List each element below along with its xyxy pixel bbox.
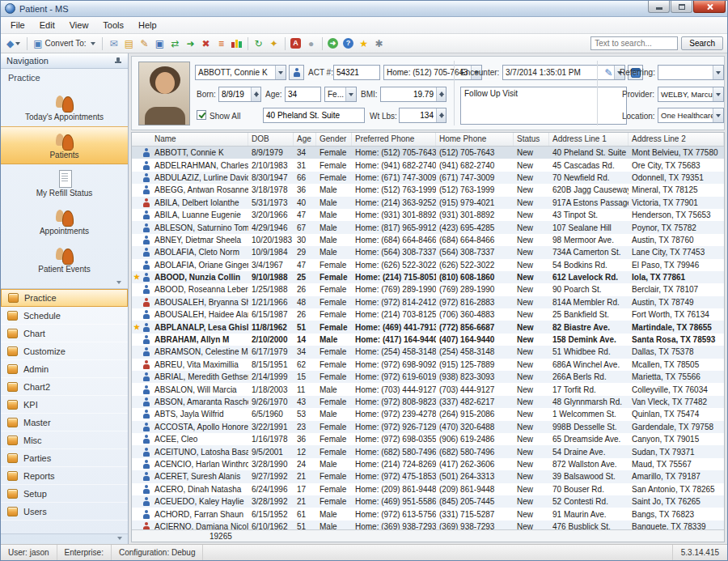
maximize-button[interactable]	[671, 1, 692, 13]
pin-icon[interactable]	[113, 57, 122, 66]
stepper-icon[interactable]	[436, 108, 446, 122]
table-row[interactable]: ACERO, Dinah Natasha 6/24/1996 17 Female…	[132, 483, 724, 495]
nav-list-item-chart2[interactable]: Chart2	[1, 378, 128, 396]
patient-name-dropdown[interactable]: ABBOTT, Connie K	[195, 65, 286, 80]
stepper-icon[interactable]	[251, 87, 260, 101]
table-row[interactable]: ABREU, Vita Maximillia 8/15/1951 62 Fema…	[132, 359, 724, 371]
comment-icon[interactable]: ✉	[107, 36, 121, 51]
age-field[interactable]	[285, 87, 321, 102]
table-row[interactable]: ABILA, Delbert Iolanthe 5/31/1973 40 Mal…	[132, 197, 724, 209]
column-header[interactable]: Age	[294, 133, 316, 146]
table-row[interactable]: ABDULAZIZ, Lurline Davion 8/30/1947 66 F…	[132, 172, 724, 184]
show-all-checkbox[interactable]	[197, 110, 206, 120]
address-input[interactable]	[264, 108, 364, 122]
favorites-icon[interactable]: ★	[357, 36, 371, 51]
convert-to-dropdown[interactable]: ▣ Convert To:	[32, 36, 97, 51]
nav-item-my-refill-status[interactable]: My Refill Status	[1, 164, 128, 202]
table-row[interactable]: ABRIAL, Meredith Gethsemane 2/14/1999 15…	[132, 371, 724, 383]
table-row[interactable]: ABRAHAM, Allyn M 2/10/2000 14 Male Home:…	[132, 334, 724, 346]
wt-field[interactable]	[399, 108, 447, 123]
table-row[interactable]: ABTS, Jayla Wilfrid 6/5/1960 53 Male Hom…	[132, 408, 724, 420]
key-icon[interactable]: ✦	[267, 36, 281, 51]
table-row[interactable]: ACEITUNO, Latosha Basant 9/5/2001 12 Fem…	[132, 445, 724, 457]
help-icon[interactable]: ?	[341, 36, 356, 51]
bmi-field[interactable]	[380, 87, 447, 102]
table-row[interactable]: ABILA, Luanne Eugenie 3/20/1966 47 Male …	[132, 209, 724, 221]
table-row[interactable]: ABRAMSON, Celestine Maudie 6/17/1979 34 …	[132, 346, 724, 358]
export-icon[interactable]: ⇄	[168, 36, 183, 51]
chart-icon[interactable]	[230, 36, 244, 51]
column-header[interactable]: Home Phone	[436, 133, 514, 146]
referring-dropdown[interactable]	[658, 65, 724, 80]
column-header[interactable]: Gender	[316, 133, 352, 146]
settings-icon[interactable]: ✱	[372, 36, 387, 51]
table-row[interactable]: ABSALON, Will Marcia 1/18/2003 11 Male H…	[132, 383, 724, 395]
table-row[interactable]: ACCOSTA, Apollo Honore 3/22/1991 23 Fema…	[132, 421, 724, 433]
column-header[interactable]: Address Line 1	[549, 133, 629, 146]
nav-list-item-chart[interactable]: Chart	[1, 325, 128, 342]
table-row[interactable]: ACHORD, Farran Shaun 6/15/1952 61 Male H…	[132, 508, 724, 520]
menu-view[interactable]: View	[62, 19, 96, 32]
edit-referring-button[interactable]	[601, 65, 616, 80]
menu-help[interactable]: Help	[131, 19, 164, 32]
patient-lookup-button[interactable]	[289, 65, 304, 80]
location-dropdown[interactable]: One Healthcare ...	[658, 108, 724, 123]
table-row[interactable]: ABEGG, Antwan Rosanne 3/18/1978 36 Male …	[132, 184, 724, 196]
nav-list-item-misc[interactable]: Misc	[1, 431, 128, 449]
column-header[interactable]: Address Line 2	[629, 133, 724, 146]
table-row[interactable]: ABLESON, Saturnino Tommaso 4/29/1946 67 …	[132, 221, 724, 233]
visit-note-box[interactable]: Follow Up Visit	[460, 87, 627, 125]
minimize-button[interactable]	[648, 1, 670, 13]
go-icon[interactable]: ➜	[326, 36, 341, 51]
column-header[interactable]: Status	[514, 133, 549, 146]
nav-list-item-schedule[interactable]: Schedule	[1, 307, 128, 325]
nav-item-todays-appointments[interactable]: Today's Appointments	[1, 88, 128, 126]
provider-dropdown[interactable]: WELBY, Marcus B	[658, 87, 724, 102]
table-row[interactable]: ABPLANALP, Lesa Ghislain 11/8/1962 51 Fe…	[132, 321, 724, 333]
act-input[interactable]	[334, 66, 379, 79]
act-field[interactable]	[333, 65, 380, 80]
table-row[interactable]: ACEUEDO, Kaley Haylie 3/28/1992 21 Femal…	[132, 495, 724, 508]
column-header[interactable]: Name	[132, 133, 248, 146]
column-header[interactable]: Preferred Phone	[352, 133, 436, 146]
table-row[interactable]: ACERET, Suresh Alanis 9/27/1992 21 Femal…	[132, 470, 724, 482]
born-input[interactable]	[219, 87, 251, 101]
nav-list-item-admin[interactable]: Admin	[1, 360, 128, 378]
search-button[interactable]: Search	[681, 36, 723, 50]
nav-item-patient-events[interactable]: Patient Events	[1, 240, 128, 278]
nav-item-appointments[interactable]: Appointments	[1, 202, 128, 240]
table-row[interactable]: ABOOD, Nunzia Collin 9/10/1988 25 Female…	[132, 271, 724, 283]
edit-item-icon[interactable]: ✎	[138, 36, 152, 51]
import-icon[interactable]: ➜	[184, 36, 198, 51]
table-row[interactable]: ACEE, Cleo 1/16/1978 36 Female Home: (97…	[132, 433, 724, 445]
bmi-input[interactable]	[381, 87, 436, 101]
table-row[interactable]: ACIERNO, Damiana Nicolas 6/10/1962 51 Ma…	[132, 521, 724, 529]
views-button[interactable]: ◆	[5, 36, 23, 51]
nav-list-item-setup[interactable]: Setup	[1, 485, 128, 503]
table-row[interactable]: ABDELRAHMAN, Charles Anitra 2/10/1983 31…	[132, 159, 724, 171]
nav-list-item-practice[interactable]: Practice	[1, 289, 128, 307]
close-button[interactable]	[693, 1, 726, 13]
chevron-down-icon[interactable]	[117, 537, 122, 542]
table-row[interactable]: ACENCIO, Harlan Winthrop 3/28/1990 24 Ma…	[132, 458, 724, 470]
menu-edit[interactable]: Edit	[32, 19, 62, 32]
record-icon[interactable]: ●	[304, 36, 319, 51]
table-row[interactable]: ABSON, Amaranta Raschelle 9/26/1970 43 F…	[132, 396, 724, 408]
new-item-icon[interactable]: ▤	[122, 36, 137, 51]
menu-tools[interactable]: Tools	[95, 19, 131, 32]
nav-list-item-master[interactable]: Master	[1, 414, 128, 431]
wt-input[interactable]	[400, 108, 436, 122]
table-row[interactable]: ABOUSALEH, Bryanna Shaw... 1/21/1966 48 …	[132, 296, 724, 308]
remove-users-icon[interactable]: ✖	[199, 36, 214, 51]
table-row[interactable]: ABOUSALEH, Haidee Alanna 6/15/1987 26 Fe…	[132, 308, 724, 321]
gender-dropdown[interactable]: Fe...	[324, 87, 357, 102]
pdf-icon[interactable]: A	[289, 36, 303, 51]
table-row[interactable]: ABOOD, Roseanna Leberecht 1/25/1988 26 F…	[132, 283, 724, 295]
table-row[interactable]: ABBOTT, Connie K 8/9/1979 34 Female Home…	[132, 147, 724, 159]
menu-file[interactable]: File	[3, 19, 32, 32]
nav-list-item-reports[interactable]: Reports	[1, 467, 128, 485]
born-field[interactable]	[218, 87, 261, 102]
table-row[interactable]: ABOLAFIA, Cleto Norm 10/9/1984 29 Male H…	[132, 246, 724, 258]
address-field[interactable]	[263, 108, 365, 123]
search-input[interactable]	[590, 36, 678, 50]
